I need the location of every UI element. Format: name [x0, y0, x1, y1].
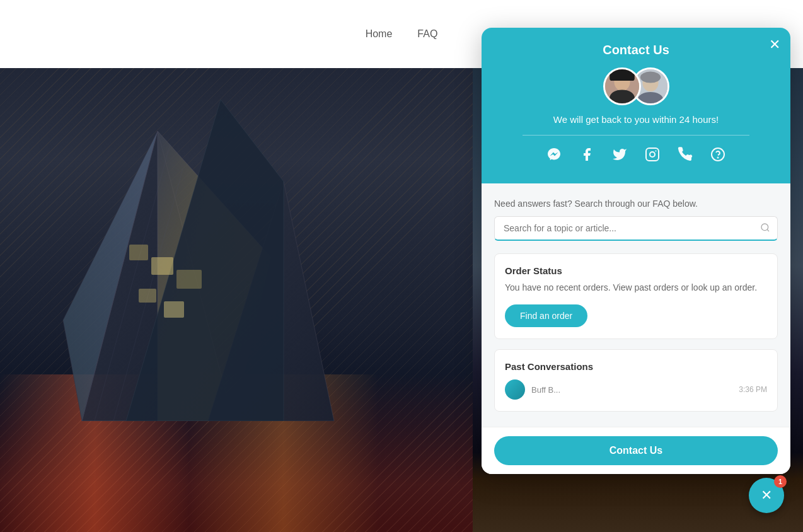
- svg-rect-9: [151, 257, 173, 275]
- instagram-icon[interactable]: [645, 147, 660, 166]
- svg-point-23: [656, 151, 657, 152]
- order-status-description: You have no recent orders. View past ord…: [505, 281, 767, 294]
- order-status-section: Order Status You have no recent orders. …: [494, 253, 778, 339]
- building-graphic: [32, 68, 347, 421]
- nav-home[interactable]: Home: [366, 28, 393, 40]
- past-conversations-title: Past Conversations: [505, 361, 767, 372]
- help-icon[interactable]: [710, 147, 725, 166]
- phone-icon[interactable]: [678, 147, 693, 166]
- svg-rect-10: [176, 270, 202, 289]
- contact-bottom-bar: Contact Us: [482, 427, 790, 474]
- conversation-text: Buff B...: [531, 385, 732, 395]
- contact-us-button[interactable]: Contact Us: [494, 436, 778, 465]
- avatar-group: [603, 67, 669, 105]
- svg-rect-12: [164, 301, 184, 318]
- response-time-text: We will get back to you within 24 hours!: [553, 114, 719, 125]
- close-button[interactable]: ✕: [769, 38, 780, 52]
- conversation-avatar: [505, 379, 525, 400]
- contact-panel: ✕ Contact Us We will ge: [482, 28, 790, 474]
- svg-line-27: [767, 229, 769, 231]
- svg-rect-11: [139, 289, 156, 303]
- notification-badge: 1: [774, 475, 787, 488]
- svg-point-22: [650, 152, 655, 157]
- close-float-icon: ✕: [761, 487, 772, 504]
- svg-point-25: [718, 158, 719, 158]
- past-conversations-section: Past Conversations Buff B... 3:36 PM: [494, 349, 778, 412]
- faq-search-label: Need answers fast? Search through our FA…: [494, 199, 778, 209]
- svg-rect-21: [646, 148, 659, 161]
- order-status-title: Order Status: [505, 265, 767, 276]
- find-order-button[interactable]: Find an order: [505, 304, 587, 327]
- header-divider: [523, 135, 749, 136]
- svg-point-19: [640, 72, 660, 83]
- svg-rect-15: [609, 69, 635, 81]
- messenger-icon[interactable]: [546, 147, 562, 166]
- avatar-agent-1: [603, 67, 641, 105]
- floating-contact-button[interactable]: ✕ 1: [749, 478, 784, 513]
- svg-point-20: [638, 92, 663, 105]
- social-icons-row: [546, 147, 725, 166]
- facebook-icon[interactable]: [579, 147, 594, 166]
- conversation-time: 3:36 PM: [739, 385, 767, 394]
- panel-title: Contact Us: [603, 43, 669, 57]
- svg-rect-8: [129, 245, 148, 260]
- search-icon[interactable]: [760, 223, 770, 235]
- panel-body: Need answers fast? Search through our FA…: [482, 183, 790, 427]
- conversation-item[interactable]: Buff B... 3:36 PM: [505, 379, 767, 400]
- twitter-icon[interactable]: [612, 147, 627, 166]
- svg-point-26: [761, 224, 768, 231]
- svg-point-16: [609, 90, 635, 105]
- search-wrapper: [494, 216, 778, 241]
- search-input[interactable]: [494, 216, 778, 241]
- nav-faq[interactable]: FAQ: [417, 28, 437, 40]
- panel-header: ✕ Contact Us We will ge: [482, 28, 790, 183]
- nav-links: Home FAQ: [366, 28, 438, 40]
